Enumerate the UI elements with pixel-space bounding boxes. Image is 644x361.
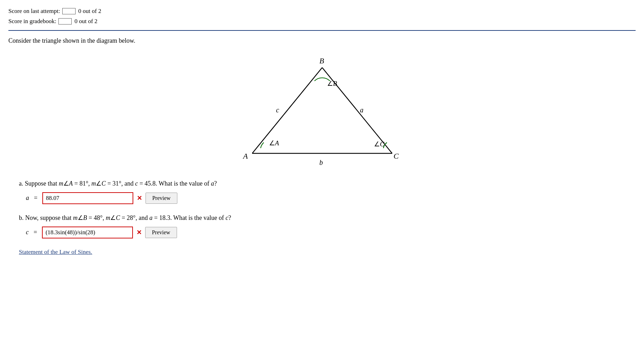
part-a-equals: = [34,194,37,202]
vertex-b-label: B [319,56,324,65]
angle-a-arc [261,143,264,148]
link-section: Statement of the Law of Sines. [8,248,636,256]
last-attempt-score: Score on last attempt: 0 out of 2 [8,6,636,16]
part-a-section: a. Suppose that m∠A = 81°, m∠C = 31°, an… [8,180,636,204]
section-divider [8,30,636,31]
part-a-preview-button[interactable]: Preview [146,193,177,204]
part-a-answer-row: a = ✕ Preview [19,192,636,204]
part-b-input[interactable] [42,227,133,238]
side-c-line [252,68,322,153]
score-section: Score on last attempt: 0 out of 2 Score … [8,6,636,27]
part-b-prefix: b. Now, suppose that m∠B = 48°, m∠C = 28… [19,214,231,221]
score-box-gradebook [58,18,72,25]
last-attempt-label: Score on last attempt: [8,6,60,16]
gradebook-value: 0 out of 2 [75,16,98,27]
part-a-clear-icon[interactable]: ✕ [137,194,142,202]
part-b-section: b. Now, suppose that m∠B = 48°, m∠C = 28… [8,214,636,238]
part-b-answer-label: c [26,229,29,236]
triangle-diagram: B A C c a b ∠B ∠A ∠C [224,50,420,169]
gradebook-label: Score in gradebook: [8,16,56,27]
vertex-a-label: A [242,152,248,160]
part-b-preview-button[interactable]: Preview [145,227,177,238]
angle-b-text: ∠B [327,80,337,87]
gradebook-score: Score in gradebook: 0 out of 2 [8,16,636,27]
side-b-label: b [319,159,323,166]
part-a-answer-label: a [26,194,29,202]
side-a-label: a [360,106,363,114]
part-b-question: b. Now, suppose that m∠B = 48°, m∠C = 28… [19,214,636,222]
angle-a-text: ∠A [269,139,279,147]
part-a-prefix: a. Suppose that m∠A = 81°, m∠C = 31°, an… [19,180,217,187]
part-a-input[interactable] [42,192,133,204]
angle-c-text: ∠C [374,140,384,148]
diagram-container: B A C c a b ∠B ∠A ∠C [8,50,636,169]
last-attempt-value: 0 out of 2 [78,6,101,16]
law-of-sines-link[interactable]: Statement of the Law of Sines. [19,249,92,255]
part-a-question: a. Suppose that m∠A = 81°, m∠C = 31°, an… [19,180,636,187]
score-box-last [62,8,76,14]
part-b-equals: = [34,229,37,236]
part-b-clear-icon[interactable]: ✕ [136,229,142,236]
side-c-label: c [276,106,279,114]
part-b-answer-row: c = ✕ Preview [19,227,636,238]
problem-intro: Consider the triangle shown in the diagr… [8,37,636,44]
vertex-c-label: C [394,152,399,160]
